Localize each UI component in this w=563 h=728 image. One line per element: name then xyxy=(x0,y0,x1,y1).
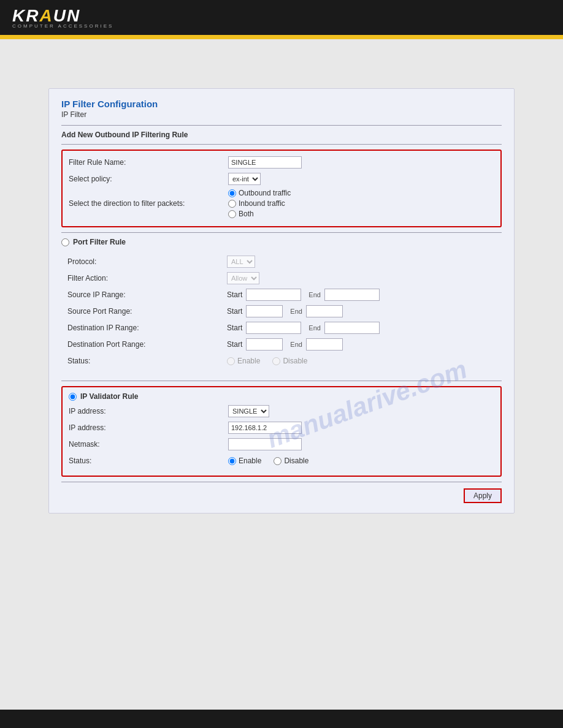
direction-label: Select the direction to filter packets: xyxy=(69,199,228,208)
port-enable-label: Enable xyxy=(237,357,260,365)
source-ip-end-input[interactable] xyxy=(324,289,380,301)
source-port-start-input[interactable] xyxy=(246,305,283,317)
source-port-row: Source Port Range: Start End xyxy=(67,305,496,318)
ip-status-enable[interactable]: Enable xyxy=(228,457,261,465)
port-status-disable[interactable]: Disable xyxy=(272,357,307,365)
dest-ip-row: Destination IP Range: Start End xyxy=(67,321,496,335)
port-filter-section: Port Filter Rule Protocol: ALL Filter Ac… xyxy=(61,238,502,376)
direction-inbound-radio[interactable] xyxy=(228,200,236,208)
dest-ip-value-wrap: Start End xyxy=(227,322,380,334)
dest-port-start-input[interactable] xyxy=(246,338,283,351)
ip-validator-inner: IP address: SINGLE IP address: xyxy=(69,404,494,468)
protocol-row: Protocol: ALL xyxy=(67,255,496,268)
netmask-input[interactable] xyxy=(228,438,302,450)
filter-name-input[interactable] xyxy=(228,156,302,169)
direction-both-radio[interactable] xyxy=(228,210,236,218)
policy-value-wrap: ex-int xyxy=(228,173,261,185)
filter-rule-section: Filter Rule Name: Select policy: ex-int … xyxy=(61,150,502,227)
direction-inbound[interactable]: Inbound traffic xyxy=(228,199,285,208)
policy-select[interactable]: ex-int xyxy=(228,173,261,185)
ip-type-value-wrap: SINGLE xyxy=(228,405,269,417)
direction-inbound-label: Inbound traffic xyxy=(239,199,285,208)
policy-row: Select policy: ex-int xyxy=(69,172,494,186)
ip-enable-label: Enable xyxy=(239,457,261,465)
protocol-select[interactable]: ALL xyxy=(227,256,255,268)
ip-validator-title: IP Validator Rule xyxy=(80,392,138,401)
dest-port-end-label: End xyxy=(290,341,302,348)
protocol-value-wrap: ALL xyxy=(227,256,255,268)
source-ip-start-input[interactable] xyxy=(246,289,301,301)
logo-sub: COMPUTER ACCESSORIES xyxy=(12,23,113,29)
port-filter-inner: Protocol: ALL Filter Action: Allow xyxy=(61,250,502,376)
direction-options: Outbound traffic Inbound traffic Both xyxy=(228,189,291,218)
dest-ip-start-input[interactable] xyxy=(246,322,301,334)
apply-button[interactable]: Apply xyxy=(464,488,502,503)
port-status-enable[interactable]: Enable xyxy=(227,357,260,365)
filter-name-label: Filter Rule Name: xyxy=(69,158,228,167)
port-filter-radio[interactable] xyxy=(61,238,69,246)
card-subtitle: IP Filter xyxy=(61,110,502,119)
ip-type-row: IP address: SINGLE xyxy=(69,404,494,418)
port-filter-header: Port Filter Rule xyxy=(61,238,502,246)
netmask-row: Netmask: xyxy=(69,438,494,451)
port-status-label: Status: xyxy=(67,357,227,365)
port-status-row: Status: Enable Disable xyxy=(67,354,496,368)
ip-validator-radio[interactable] xyxy=(69,393,77,401)
ip-validator-section: IP Validator Rule IP address: SINGLE IP … xyxy=(61,386,502,477)
ip-status-value-wrap: Enable Disable xyxy=(228,457,308,465)
filter-name-row: Filter Rule Name: xyxy=(69,156,494,169)
ip-status-label: Status: xyxy=(69,457,228,465)
ip-validator-header: IP Validator Rule xyxy=(69,392,494,401)
port-status-disable-radio[interactable] xyxy=(272,357,280,365)
protocol-label: Protocol: xyxy=(67,257,227,266)
filter-name-value-wrap xyxy=(228,156,302,169)
card: IP Filter Configuration IP Filter Add Ne… xyxy=(48,88,515,514)
dest-port-end-input[interactable] xyxy=(306,338,343,351)
ip-type-label: IP address: xyxy=(69,407,228,415)
ip-disable-label: Disable xyxy=(284,457,308,465)
source-ip-label: Source IP Range: xyxy=(67,290,227,299)
port-filter-title: Port Filter Rule xyxy=(73,238,126,246)
ip-value-label: IP address: xyxy=(69,423,228,432)
dest-ip-start-label: Start xyxy=(227,324,242,332)
direction-row: Select the direction to filter packets: … xyxy=(69,189,494,218)
ip-status-disable-radio[interactable] xyxy=(274,457,282,465)
direction-both[interactable]: Both xyxy=(228,210,254,218)
divider-section xyxy=(61,144,502,145)
logo: KRAUN COMPUTER ACCESSORIES xyxy=(12,6,113,29)
divider-top xyxy=(61,125,502,126)
ip-status-enable-radio[interactable] xyxy=(228,457,236,465)
dest-ip-label: Destination IP Range: xyxy=(67,324,227,332)
source-port-end-label: End xyxy=(290,308,302,315)
source-port-end-input[interactable] xyxy=(306,305,343,317)
ip-type-select[interactable]: SINGLE xyxy=(228,405,269,417)
direction-outbound[interactable]: Outbound traffic xyxy=(228,189,291,197)
dest-port-row: Destination Port Range: Start End xyxy=(67,338,496,351)
divider-3 xyxy=(61,381,502,381)
action-row: Filter Action: Allow xyxy=(67,271,496,285)
direction-outbound-label: Outbound traffic xyxy=(239,189,291,197)
source-ip-start-label: Start xyxy=(227,290,242,299)
netmask-value-wrap xyxy=(228,438,302,450)
section-title: Add New Outbound IP Filtering Rule xyxy=(61,131,502,139)
dest-ip-end-label: End xyxy=(308,324,321,332)
port-status-enable-radio[interactable] xyxy=(227,357,235,365)
action-label: Filter Action: xyxy=(67,274,227,282)
source-port-start-label: Start xyxy=(227,307,242,316)
ip-status-disable[interactable]: Disable xyxy=(274,457,308,465)
ip-value-wrap xyxy=(228,422,302,434)
ip-status-row: Status: Enable Disable xyxy=(69,454,494,468)
source-ip-value-wrap: Start End xyxy=(227,289,380,301)
header: KRAUN COMPUTER ACCESSORIES xyxy=(0,0,563,37)
ip-value-row: IP address: xyxy=(69,421,494,434)
ip-value-input[interactable] xyxy=(228,422,302,434)
dest-port-start-label: Start xyxy=(227,340,242,349)
divider-2 xyxy=(61,232,502,233)
dest-ip-end-input[interactable] xyxy=(324,322,380,334)
dest-port-label: Destination Port Range: xyxy=(67,340,227,349)
policy-label: Select policy: xyxy=(69,175,228,183)
direction-outbound-radio[interactable] xyxy=(228,189,236,197)
action-select[interactable]: Allow xyxy=(227,272,259,284)
port-disable-label: Disable xyxy=(283,357,307,365)
direction-both-label: Both xyxy=(239,210,254,218)
